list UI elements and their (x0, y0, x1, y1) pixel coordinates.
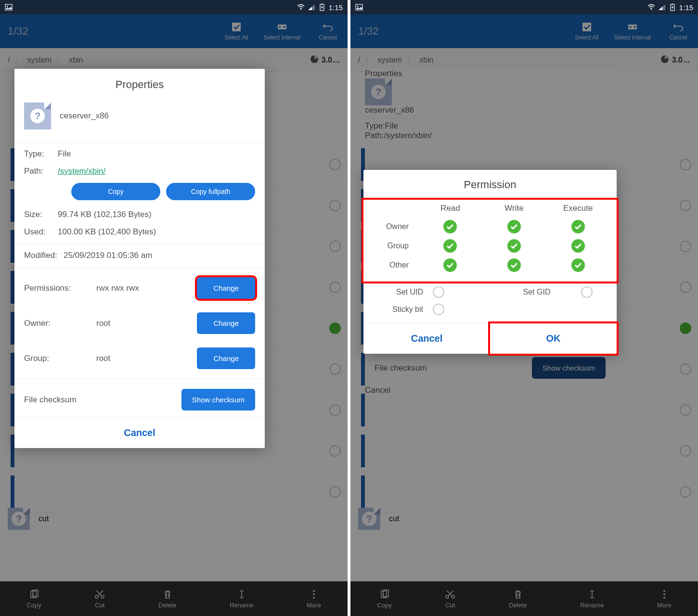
sticky-checkbox[interactable] (433, 304, 444, 315)
permission-ok-button[interactable]: OK (490, 323, 617, 354)
checksum-label: File checksum (24, 395, 181, 405)
svg-point-17 (357, 6, 359, 7)
set-gid-checkbox[interactable] (581, 286, 593, 298)
group-label: Group: (24, 354, 96, 363)
signal-icon (658, 3, 666, 11)
wifi-icon (297, 3, 305, 11)
header-read: Read (418, 204, 482, 217)
group-read-checkbox[interactable] (443, 239, 457, 253)
size-label: Size: (24, 210, 58, 219)
properties-dialog: Properties ? ceserver_x86 Type: File Pat… (14, 69, 265, 448)
row-owner-label: Owner (370, 222, 418, 231)
other-execute-checkbox[interactable] (571, 258, 585, 272)
signal-icon (308, 3, 315, 11)
owner-read-checkbox[interactable] (443, 220, 457, 233)
wifi-icon (647, 3, 655, 11)
file-icon: ? (24, 103, 51, 129)
properties-cancel-button[interactable]: Cancel (14, 417, 265, 448)
size-value: 99.74 KB (102,136 Bytes) (58, 210, 255, 219)
picture-icon (5, 3, 13, 11)
svg-point-18 (651, 9, 652, 10)
owner-execute-checkbox[interactable] (571, 220, 585, 233)
file-name: ceserver_x86 (60, 111, 109, 121)
group-write-checkbox[interactable] (507, 239, 521, 253)
status-bar: 1:15 (350, 0, 698, 14)
header-write: Write (482, 204, 546, 217)
modified-label: Modified: (24, 251, 64, 260)
type-label: Type: (24, 149, 58, 159)
set-uid-checkbox[interactable] (433, 286, 444, 298)
battery-icon (669, 3, 676, 11)
other-write-checkbox[interactable] (507, 258, 521, 272)
dialog-title: Permission (363, 170, 617, 200)
svg-rect-0 (5, 4, 12, 10)
svg-rect-4 (321, 4, 323, 5)
picture-icon (355, 3, 363, 11)
permission-grid: Read Write Execute Owner Group Other (363, 200, 617, 282)
row-other-label: Other (370, 261, 418, 270)
row-group-label: Group (370, 242, 418, 250)
right-pane: 1:15 1/32 Select All Select Interval Can… (350, 0, 698, 616)
owner-value: root (96, 319, 197, 328)
other-read-checkbox[interactable] (443, 258, 457, 272)
svg-rect-16 (356, 4, 362, 10)
owner-write-checkbox[interactable] (507, 220, 521, 233)
type-value: File (58, 149, 255, 159)
clock-text: 1:15 (329, 3, 343, 12)
used-value: 100.00 KB (102,400 Bytes) (58, 227, 255, 237)
change-group-button[interactable]: Change (197, 347, 255, 369)
dialog-title: Properties (14, 69, 265, 103)
copy-fullpath-button[interactable]: Copy fullpath (166, 183, 255, 200)
group-value: root (96, 354, 197, 363)
set-uid-label: Set UID (370, 288, 433, 296)
set-gid-label: Set GID (502, 288, 581, 296)
permissions-value: rwx rwx rwx (96, 283, 197, 293)
clock-text: 1:15 (679, 3, 693, 12)
svg-rect-20 (672, 4, 673, 5)
permissions-label: Permissions: (24, 283, 96, 293)
status-bar: 1:15 (0, 0, 348, 14)
change-owner-button[interactable]: Change (197, 312, 255, 334)
header-execute: Execute (546, 204, 610, 217)
group-execute-checkbox[interactable] (571, 239, 585, 253)
path-link[interactable]: /system/xbin/ (58, 167, 255, 176)
battery-icon (318, 3, 326, 11)
permission-dialog: Permission Read Write Execute Owner Grou… (363, 170, 617, 354)
show-checksum-button[interactable]: Show checksum (181, 389, 255, 411)
svg-point-1 (7, 6, 8, 7)
svg-point-2 (300, 9, 301, 10)
used-label: Used: (24, 227, 58, 237)
modified-value: 25/09/2019 01:05:36 am (64, 251, 255, 260)
path-label: Path: (24, 167, 58, 176)
sticky-label: Sticky bit (370, 305, 433, 314)
left-pane: 1:15 1/32 Select All Select Interval Can… (0, 0, 348, 616)
owner-label: Owner: (24, 319, 96, 328)
copy-path-button[interactable]: Copy (71, 183, 160, 200)
change-permissions-button[interactable]: Change (197, 277, 255, 299)
permission-cancel-button[interactable]: Cancel (363, 323, 490, 354)
